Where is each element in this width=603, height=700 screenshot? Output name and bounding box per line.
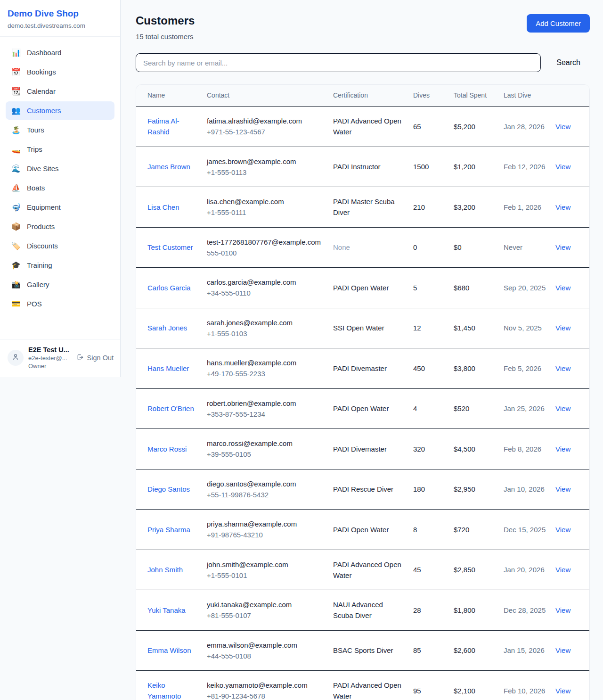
customer-email: james.brown@example.com	[207, 156, 324, 167]
customer-dives: 95	[413, 671, 454, 700]
view-customer-link[interactable]: View	[555, 485, 570, 493]
sidebar-item-trips[interactable]: 🚤Trips	[6, 140, 114, 158]
customer-email: robert.obrien@example.com	[207, 398, 324, 409]
customer-total-spent: $5,200	[454, 107, 504, 147]
customer-total-spent: $1,450	[454, 308, 504, 348]
customer-total-spent: $2,100	[454, 671, 504, 700]
sidebar-item-boats[interactable]: ⛵Boats	[6, 179, 114, 197]
customer-total-spent: $720	[454, 510, 504, 550]
sidebar-item-label: Equipment	[27, 203, 61, 211]
view-customer-link[interactable]: View	[555, 404, 570, 412]
view-customer-link[interactable]: View	[555, 445, 570, 453]
sidebar-item-tours[interactable]: 🏝️Tours	[6, 121, 114, 139]
column-header-dives: Dives	[413, 85, 454, 107]
customer-email: marco.rossi@example.com	[207, 438, 324, 449]
customer-name-link[interactable]: Lisa Chen	[147, 203, 179, 211]
view-customer-link[interactable]: View	[555, 163, 570, 171]
column-header-name: Name	[136, 85, 207, 107]
sidebar-item-dashboard[interactable]: 📊Dashboard	[6, 43, 114, 62]
bar-chart-icon: 📊	[11, 48, 21, 57]
customer-email: lisa.chen@example.com	[207, 196, 324, 207]
customer-email: carlos.garcia@example.com	[207, 277, 324, 288]
customer-name-link[interactable]: Robert O'Brien	[147, 404, 194, 412]
customer-phone: +34-555-0110	[207, 288, 324, 298]
customer-contact: marco.rossi@example.com +39-555-0105	[207, 429, 333, 469]
table-row: Lisa Chen lisa.chen@example.com +1-555-0…	[136, 187, 589, 228]
view-customer-link[interactable]: View	[555, 606, 570, 614]
customer-last-dive: Feb 5, 2026	[504, 348, 555, 389]
customer-name-link[interactable]: James Brown	[147, 163, 190, 171]
page-title: Customers	[136, 14, 195, 27]
view-customer-link[interactable]: View	[555, 203, 570, 211]
column-header-certification: Certification	[333, 85, 413, 107]
customer-certification: PADI Open Water	[333, 388, 413, 429]
sign-out-label: Sign Out	[87, 354, 114, 362]
table-row: Priya Sharma priya.sharma@example.com +9…	[136, 510, 589, 550]
table-row: Robert O'Brien robert.obrien@example.com…	[136, 388, 589, 429]
customer-dives: 45	[413, 550, 454, 590]
people-icon: 👥	[11, 106, 21, 115]
sidebar-item-dive-sites[interactable]: 🌊Dive Sites	[6, 159, 114, 178]
sidebar-item-pos[interactable]: 💳POS	[6, 295, 114, 313]
add-customer-button[interactable]: Add Customer	[527, 14, 590, 33]
view-customer-link[interactable]: View	[555, 324, 570, 332]
sidebar: Demo Dive Shop demo.test.divestreams.com…	[0, 0, 121, 377]
view-customer-link[interactable]: View	[555, 646, 570, 654]
sidebar-item-equipment[interactable]: 🤿Equipment	[6, 198, 114, 216]
customer-contact: carlos.garcia@example.com +34-555-0110	[207, 268, 333, 308]
view-customer-link[interactable]: View	[555, 284, 570, 292]
table-row: Yuki Tanaka yuki.tanaka@example.com +81-…	[136, 590, 589, 631]
customer-last-dive: Feb 12, 2026	[504, 147, 555, 187]
customer-name-link[interactable]: Yuki Tanaka	[147, 606, 186, 614]
search-input[interactable]	[136, 53, 541, 72]
customer-contact: lisa.chen@example.com +1-555-0111	[207, 187, 333, 228]
customer-contact: hans.mueller@example.com +49-170-555-223…	[207, 348, 333, 389]
search-button[interactable]: Search	[554, 57, 583, 69]
customer-contact: priya.sharma@example.com +91-98765-43210	[207, 510, 333, 550]
table-row: Fatima Al-Rashid fatima.alrashid@example…	[136, 107, 589, 147]
view-customer-link[interactable]: View	[555, 687, 570, 695]
customer-name-link[interactable]: Fatima Al-Rashid	[147, 117, 179, 136]
customer-phone: +353-87-555-1234	[207, 409, 324, 420]
customer-phone: +1-555-0101	[207, 570, 324, 581]
view-customer-link[interactable]: View	[555, 566, 570, 574]
customer-name-link[interactable]: Carlos Garcia	[147, 284, 191, 292]
customer-name-link[interactable]: Sarah Jones	[147, 324, 187, 332]
customer-phone: +1-555-0103	[207, 328, 324, 339]
sidebar-item-gallery[interactable]: 📸Gallery	[6, 275, 114, 294]
view-customer-link[interactable]: View	[555, 364, 570, 372]
customer-name-link[interactable]: Hans Mueller	[147, 364, 189, 372]
person-icon	[12, 353, 19, 362]
customer-phone: +49-170-555-2233	[207, 368, 324, 379]
customer-name-link[interactable]: John Smith	[147, 566, 183, 574]
sidebar-item-calendar[interactable]: 📆Calendar	[6, 82, 114, 100]
sidebar-item-products[interactable]: 📦Products	[6, 217, 114, 236]
customer-name-link[interactable]: Diego Santos	[147, 485, 190, 493]
customer-dives: 0	[413, 227, 454, 268]
customer-contact: test-1772681807767@example.com 555-0100	[207, 227, 333, 268]
customer-name-link[interactable]: Emma Wilson	[147, 646, 191, 654]
speedboat-icon: 🚤	[11, 145, 21, 154]
sidebar-item-bookings[interactable]: 📅Bookings	[6, 63, 114, 81]
customer-name-link[interactable]: Test Customer	[147, 243, 193, 251]
customer-name-link[interactable]: Priya Sharma	[147, 526, 190, 534]
view-customer-link[interactable]: View	[555, 243, 570, 251]
sidebar-item-training[interactable]: 🎓Training	[6, 256, 114, 274]
customer-last-dive: Never	[504, 227, 555, 268]
customer-name-link[interactable]: Keiko Yamamoto	[147, 681, 181, 700]
sidebar-item-discounts[interactable]: 🏷️Discounts	[6, 237, 114, 255]
customer-certification: PADI Open Water	[333, 268, 413, 308]
customer-name-link[interactable]: Marco Rossi	[147, 445, 187, 453]
view-customer-link[interactable]: View	[555, 123, 570, 131]
sign-out-button[interactable]: Sign Out	[76, 354, 114, 362]
user-name: E2E Test U...	[28, 346, 72, 354]
customers-table: Name Contact Certification Dives Total S…	[136, 85, 589, 700]
main-content: Customers 15 total customers Add Custome…	[121, 0, 603, 700]
sidebar-item-customers[interactable]: 👥Customers	[6, 101, 114, 120]
customer-contact: emma.wilson@example.com +44-555-0108	[207, 630, 333, 671]
view-customer-link[interactable]: View	[555, 526, 570, 534]
customer-last-dive: Jan 20, 2026	[504, 550, 555, 590]
customer-email: emma.wilson@example.com	[207, 640, 324, 651]
customer-certification: PADI Divemaster	[333, 429, 413, 469]
customer-last-dive: Dec 15, 2025	[504, 510, 555, 550]
